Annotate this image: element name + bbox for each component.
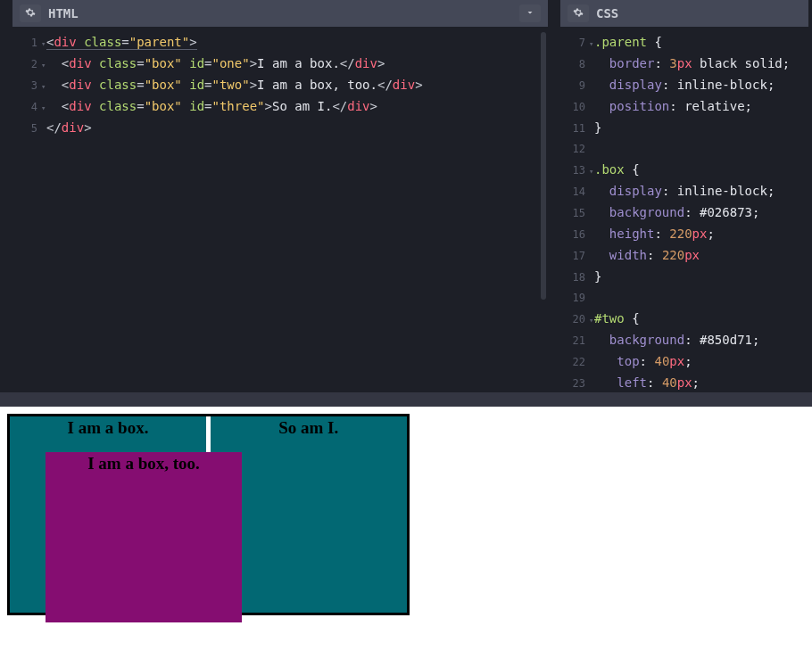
code-content: <div class="box" id="three">So am I.</di… [46,96,377,116]
output-preview: I am a box. So am I. I am a box, too. [0,407,812,622]
code-line[interactable]: 3▾ <div class="box" id="two">I am a box,… [12,75,548,96]
code-line[interactable]: 9 display: inline-block; [560,75,808,96]
html-panel-header: HTML [12,0,548,27]
code-content: height: 220px; [594,224,715,243]
code-content: position: relative; [594,96,752,116]
code-content: display: inline-block; [594,75,775,95]
fold-caret-icon [589,289,596,309]
code-line[interactable]: 8 border: 3px black solid; [560,54,808,75]
code-line[interactable]: 18 } [560,267,808,288]
code-line[interactable]: 17 width: 220px [560,245,808,267]
code-line[interactable]: 16 height: 220px; [560,224,808,245]
panel-divider[interactable] [0,392,812,407]
code-content: <div class="parent"> [46,32,197,52]
code-line[interactable]: 7▾.parent { [560,32,808,54]
code-line[interactable]: 22 top: 40px; [560,351,808,373]
code-line[interactable]: 1▾<div class="parent"> [12,32,548,54]
css-panel-title: CSS [596,6,801,21]
code-content: display: inline-block; [594,181,775,201]
gear-icon [25,7,36,21]
code-line[interactable]: 5 </div> [12,118,548,139]
code-content: width: 220px [594,245,700,265]
html-expand-button[interactable] [519,4,541,22]
code-line[interactable]: 19 [560,288,808,309]
editor-area: HTML 1▾<div class="parent">2▾ <div class… [0,0,812,392]
code-content: <div class="box" id="two">I am a box, to… [46,75,423,95]
html-panel-title: HTML [48,6,512,21]
css-settings-button[interactable] [568,4,589,22]
css-editor[interactable]: 7▾.parent {8 border: 3px black solid;9 d… [560,27,808,392]
code-content: .box { [594,160,640,179]
code-content: } [594,267,601,286]
code-line[interactable]: 20▾#two { [560,309,808,330]
css-panel: CSS 7▾.parent {8 border: 3px black solid… [560,0,808,392]
code-line[interactable]: 12 [560,139,808,160]
code-line[interactable]: 15 background: #026873; [560,202,808,224]
code-content: background: #850d71; [594,330,759,350]
html-settings-button[interactable] [20,4,41,22]
code-content: top: 40px; [594,351,692,371]
code-line[interactable]: 10 position: relative; [560,96,808,118]
preview-parent: I am a box. So am I. I am a box, too. [7,414,410,615]
code-line[interactable]: 23 left: 40px; [560,373,808,392]
css-panel-header: CSS [560,0,808,27]
code-line[interactable]: 11 } [560,118,808,139]
code-line[interactable]: 21 background: #850d71; [560,330,808,351]
code-line[interactable]: 14 display: inline-block; [560,181,808,202]
code-content: background: #026873; [594,202,759,222]
code-content: <div class="box" id="one">I am a box.</d… [46,54,385,73]
code-content: } [594,118,601,137]
html-panel: HTML 1▾<div class="parent">2▾ <div class… [12,0,548,392]
code-content: border: 3px black solid; [594,54,790,73]
fold-caret-icon [589,140,596,160]
gear-icon [573,7,584,21]
code-line[interactable]: 13▾.box { [560,160,808,181]
html-editor[interactable]: 1▾<div class="parent">2▾ <div class="box… [12,27,548,392]
code-content: left: 40px; [594,373,700,392]
code-content: </div> [46,118,92,137]
code-line[interactable]: 4▾ <div class="box" id="three">So am I.<… [12,96,548,118]
code-content: .parent { [594,32,662,52]
code-line[interactable]: 2▾ <div class="box" id="one">I am a box.… [12,54,548,75]
preview-box-two: I am a box, too. [46,452,242,622]
scrollbar[interactable] [541,32,546,375]
code-content: #two { [594,309,640,328]
chevron-down-icon [525,7,535,21]
